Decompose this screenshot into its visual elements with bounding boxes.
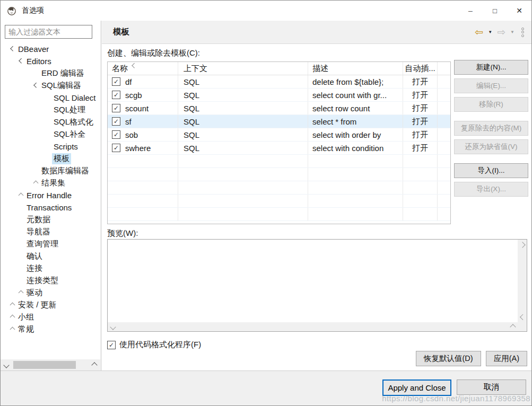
sidebar-item-Error Handle[interactable]: Error Handle — [1, 189, 100, 201]
scroll-down-icon[interactable] — [518, 313, 527, 322]
sidebar-item-结果集[interactable]: 结果集 — [1, 177, 100, 189]
cell-context: SQL — [178, 89, 308, 101]
sidebar-item-DBeaver[interactable]: DBeaver — [1, 43, 100, 55]
sidebar-item-确认[interactable]: 确认 — [1, 250, 100, 262]
preview-horizontal-scrollbar[interactable] — [108, 322, 518, 331]
cell-filler — [438, 89, 450, 101]
column-header-auto-insert[interactable]: 自动插... — [403, 62, 438, 75]
row-checkbox[interactable]: ✓ — [112, 91, 120, 99]
sidebar-item-label: 驱动 — [25, 287, 44, 298]
cell-name: ✓swhere — [108, 142, 178, 154]
sidebar-item-label: 元数据 — [25, 214, 52, 225]
sidebar-item-SQL格式化[interactable]: SQL格式化 — [1, 116, 100, 128]
template-row-scgb[interactable]: ✓scgbSQLselect count with gr...打开 — [108, 89, 450, 102]
cell-description: select * from — [308, 115, 403, 128]
sidebar-item-SQL编辑器[interactable]: SQL编辑器 — [1, 80, 100, 92]
cell-auto-insert: 打开 — [403, 102, 438, 114]
row-checkbox[interactable]: ✓ — [112, 117, 120, 126]
use-formatter-checkbox[interactable]: ✓ — [107, 341, 116, 349]
preview-vertical-scrollbar[interactable] — [518, 240, 527, 322]
row-checkbox[interactable]: ✓ — [112, 144, 120, 152]
chevron-right-icon[interactable] — [8, 303, 16, 307]
side-button-还原为缺省值(V): 还原为缺省值(V) — [454, 139, 528, 154]
back-history-dropdown-icon[interactable]: ▼ — [488, 30, 492, 34]
sidebar-item-label: SQL Dialect — [52, 93, 97, 103]
template-row-df[interactable]: ✓dfSQLdelete from ${table};打开 — [108, 75, 450, 89]
template-row-scount[interactable]: ✓scountSQLselect row count打开 — [108, 102, 450, 115]
empty-cell — [178, 155, 308, 167]
cell-auto-insert: 打开 — [403, 89, 438, 101]
sidebar-horizontal-scrollbar[interactable] — [1, 359, 100, 370]
sidebar-item-常规[interactable]: 常规 — [1, 323, 100, 336]
template-row-sf[interactable]: ✓sfSQLselect * from打开 — [108, 115, 450, 128]
checkmark-icon: ✓ — [114, 118, 119, 125]
column-header-description[interactable]: 描述 — [308, 62, 403, 75]
empty-cell — [308, 168, 403, 181]
sidebar-item-小组[interactable]: 小组 — [1, 311, 100, 323]
row-checkbox[interactable]: ✓ — [112, 77, 120, 86]
row-checkbox[interactable]: ✓ — [112, 130, 120, 139]
sidebar-item-Transactions[interactable]: Transactions — [1, 201, 100, 214]
column-header-name[interactable]: 名称 — [108, 62, 178, 75]
sidebar-item-连接类型[interactable]: 连接类型 — [1, 275, 100, 287]
back-arrow-icon[interactable]: ⇦ — [475, 27, 483, 37]
empty-cell — [308, 181, 403, 194]
column-header-context[interactable]: 上下文 — [178, 62, 308, 75]
scroll-left-icon[interactable] — [1, 363, 12, 367]
preview-area[interactable] — [107, 239, 527, 332]
restore-defaults-button[interactable]: 恢复默认值(D) — [416, 351, 481, 366]
maximize-button[interactable]: □ — [483, 1, 507, 21]
view-menu-icon[interactable] — [521, 28, 524, 37]
chevron-right-icon[interactable] — [16, 291, 25, 295]
template-row-swhere[interactable]: ✓swhereSQLselect with condition打开 — [108, 142, 450, 155]
sidebar-item-安装 / 更新[interactable]: 安装 / 更新 — [1, 299, 100, 311]
scroll-left-icon[interactable] — [108, 322, 117, 331]
row-checkbox[interactable]: ✓ — [112, 104, 120, 112]
titlebar: 首选项 – □ ✕ — [1, 1, 531, 21]
minimize-button[interactable]: – — [458, 1, 483, 21]
scroll-right-icon[interactable] — [89, 363, 100, 367]
apply-button[interactable]: 应用(A) — [486, 351, 527, 366]
sidebar-item-元数据[interactable]: 元数据 — [1, 214, 100, 226]
sidebar-item-SQL补全[interactable]: SQL补全 — [1, 128, 100, 140]
chevron-down-icon[interactable] — [8, 47, 16, 51]
page-nav-toolbar: ⇦ ▼ ⇨ ▼ — [475, 27, 524, 37]
sidebar-item-ERD 编辑器[interactable]: ERD 编辑器 — [1, 67, 100, 80]
sidebar-item-数据库编辑器[interactable]: 数据库编辑器 — [1, 165, 100, 177]
sidebar-item-模板[interactable]: 模板 — [1, 153, 100, 165]
chevron-down-icon[interactable] — [31, 84, 40, 87]
sidebar-item-驱动[interactable]: 驱动 — [1, 287, 100, 299]
scrollbar-thumb[interactable] — [13, 361, 76, 369]
forward-history-dropdown-icon[interactable]: ▼ — [510, 30, 514, 34]
cell-name: ✓scgb — [108, 89, 178, 101]
cancel-button[interactable]: 取消 — [457, 379, 526, 395]
chevron-down-icon[interactable] — [16, 59, 25, 63]
filter-input[interactable] — [5, 25, 92, 39]
sidebar-item-连接[interactable]: 连接 — [1, 262, 100, 275]
chevron-right-icon[interactable] — [8, 315, 16, 319]
side-button-新建(N)...[interactable]: 新建(N)... — [454, 60, 528, 75]
close-button[interactable]: ✕ — [507, 1, 531, 21]
scroll-up-icon[interactable] — [518, 240, 527, 249]
empty-cell — [308, 155, 403, 167]
sidebar-item-Editors[interactable]: Editors — [1, 55, 100, 67]
sidebar-item-label: SQL格式化 — [52, 117, 95, 128]
sidebar-item-查询管理[interactable]: 查询管理 — [1, 238, 100, 250]
scroll-right-icon[interactable] — [508, 322, 517, 331]
side-button-编辑(E)...: 编辑(E)... — [454, 78, 528, 93]
forward-arrow-icon: ⇨ — [497, 27, 505, 37]
empty-cell — [108, 168, 178, 181]
chevron-right-icon[interactable] — [8, 328, 16, 331]
sidebar-item-Scripts[interactable]: Scripts — [1, 140, 100, 153]
chevron-right-icon[interactable] — [31, 181, 40, 185]
sidebar-item-SQL Dialect[interactable]: SQL Dialect — [1, 92, 100, 104]
template-row-sob[interactable]: ✓sobSQLselect with order by打开 — [108, 128, 450, 142]
empty-cell — [438, 195, 450, 207]
chevron-right-icon[interactable] — [16, 193, 25, 197]
sidebar-item-SQL处理[interactable]: SQL处理 — [1, 104, 100, 116]
empty-cell — [403, 181, 438, 194]
apply-and-close-button[interactable]: Apply and Close — [382, 379, 451, 396]
sidebar-item-导航器[interactable]: 导航器 — [1, 226, 100, 238]
side-button-导入(I)...[interactable]: 导入(I)... — [454, 163, 528, 178]
sidebar-item-label: 查询管理 — [25, 239, 60, 250]
